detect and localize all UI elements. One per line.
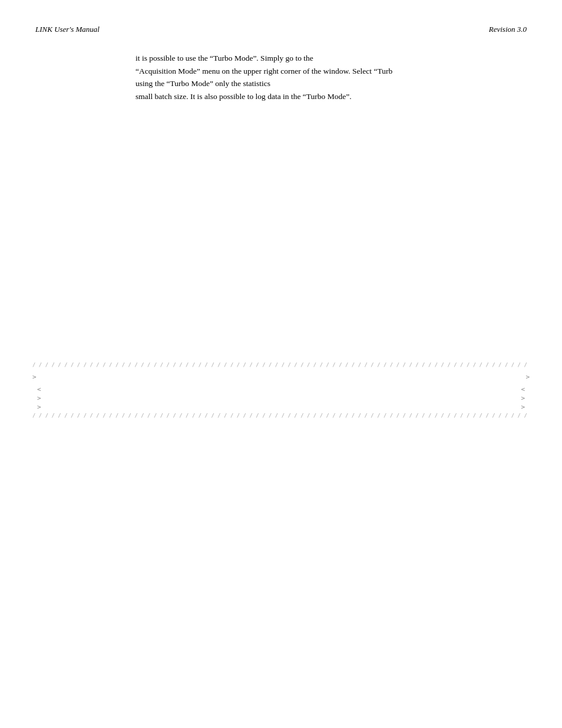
paragraph-line2: “Acquisition Mode” menu on the upper rig… [135,67,392,75]
paragraph-line3: using the “Turbo Mode” only the statisti… [135,79,270,88]
header-left-label: LINK User's Manual [35,25,100,34]
main-content: it is possible to use the “Turbo Mode”. … [0,52,562,103]
right-marker-3: > [521,403,525,411]
box-content-row-2: > > [37,394,525,402]
body-paragraph: it is possible to use the “Turbo Mode”. … [135,52,527,103]
left-angle-bracket-top: > [32,373,37,381]
box-inner-content: < < > > > > [32,383,530,413]
left-marker-3: > [37,403,41,411]
left-marker-2: > [37,394,41,402]
right-marker-2: > [521,394,525,402]
page: LINK User's Manual Revision 3.0 it is po… [0,0,562,728]
page-header: LINK User's Manual Revision 3.0 [0,0,562,34]
right-marker-1: < [521,386,525,393]
right-angle-bracket-top: > [525,373,530,381]
box-content-row-1: < < [37,386,525,393]
header-right-label: Revision 3.0 [489,25,527,34]
box-interior-top: > > [32,368,530,383]
dashed-top-border: / / / / / / / / / / / / / / / / / / / / … [32,363,530,368]
paragraph-line4: small batch size. It is also possible to… [135,92,352,101]
left-marker-1: < [37,386,41,393]
dashed-box-region: / / / / / / / / / / / / / / / / / / / / … [32,363,530,419]
box-content-row-3: > > [37,403,525,411]
dashed-bottom-border: / / / / / / / / / / / / / / / / / / / / … [32,413,530,419]
paragraph-line1: it is possible to use the “Turbo Mode”. … [135,54,313,62]
